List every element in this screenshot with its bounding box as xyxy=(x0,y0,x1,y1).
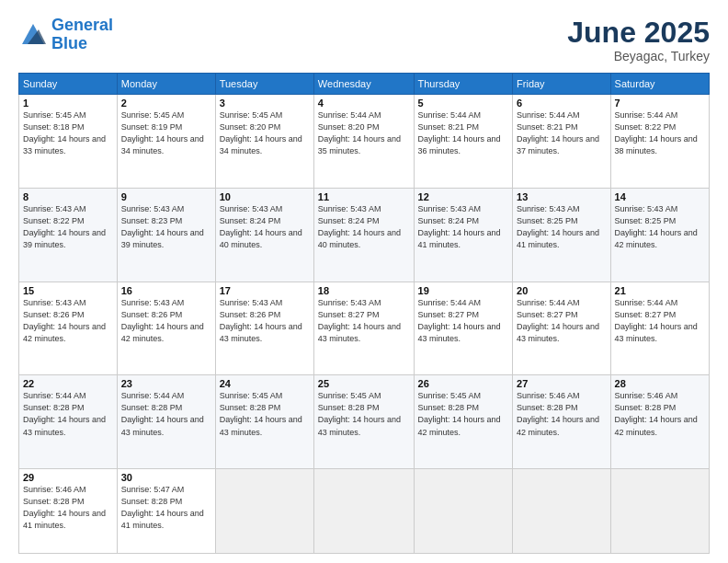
day-number: 16 xyxy=(121,285,211,296)
day-number: 11 xyxy=(318,191,410,202)
day-number: 24 xyxy=(220,378,310,389)
day-number: 22 xyxy=(23,378,113,389)
table-row: 11Sunrise: 5:43 AMSunset: 8:24 PMDayligh… xyxy=(313,188,414,282)
day-info: Sunrise: 5:43 AMSunset: 8:25 PMDaylight:… xyxy=(517,204,599,249)
day-number: 26 xyxy=(418,378,509,389)
day-info: Sunrise: 5:45 AMSunset: 8:20 PMDaylight:… xyxy=(220,110,302,155)
header-thursday: Thursday xyxy=(414,74,513,95)
day-number: 30 xyxy=(121,472,211,483)
day-info: Sunrise: 5:46 AMSunset: 8:28 PMDaylight:… xyxy=(615,391,698,436)
day-number: 9 xyxy=(121,191,211,202)
table-row: 19Sunrise: 5:44 AMSunset: 8:27 PMDayligh… xyxy=(414,282,513,375)
day-info: Sunrise: 5:45 AMSunset: 8:28 PMDaylight:… xyxy=(318,391,401,436)
day-number: 13 xyxy=(517,191,607,202)
table-row: 16Sunrise: 5:43 AMSunset: 8:26 PMDayligh… xyxy=(117,282,215,375)
day-info: Sunrise: 5:43 AMSunset: 8:26 PMDaylight:… xyxy=(220,298,302,343)
table-row xyxy=(513,469,611,554)
day-info: Sunrise: 5:44 AMSunset: 8:28 PMDaylight:… xyxy=(23,391,106,436)
day-info: Sunrise: 5:44 AMSunset: 8:20 PMDaylight:… xyxy=(318,110,401,155)
day-info: Sunrise: 5:43 AMSunset: 8:22 PMDaylight:… xyxy=(23,204,106,249)
table-row: 27Sunrise: 5:46 AMSunset: 8:28 PMDayligh… xyxy=(513,375,611,469)
table-row: 4Sunrise: 5:44 AMSunset: 8:20 PMDaylight… xyxy=(313,95,414,189)
day-info: Sunrise: 5:45 AMSunset: 8:19 PMDaylight:… xyxy=(121,110,204,155)
day-number: 4 xyxy=(318,98,410,109)
day-info: Sunrise: 5:44 AMSunset: 8:21 PMDaylight:… xyxy=(418,110,501,155)
day-number: 25 xyxy=(318,378,410,389)
table-row: 15Sunrise: 5:43 AMSunset: 8:26 PMDayligh… xyxy=(19,282,118,375)
table-row: 3Sunrise: 5:45 AMSunset: 8:20 PMDaylight… xyxy=(215,95,313,189)
table-row: 10Sunrise: 5:43 AMSunset: 8:24 PMDayligh… xyxy=(215,188,313,282)
day-info: Sunrise: 5:43 AMSunset: 8:23 PMDaylight:… xyxy=(121,204,204,249)
location-subtitle: Beyagac, Turkey xyxy=(567,49,710,63)
header-friday: Friday xyxy=(513,74,611,95)
logo-icon xyxy=(18,18,48,48)
day-number: 5 xyxy=(418,98,509,109)
logo-text: General Blue xyxy=(51,17,113,53)
table-row: 6Sunrise: 5:44 AMSunset: 8:21 PMDaylight… xyxy=(513,95,611,189)
table-row: 28Sunrise: 5:46 AMSunset: 8:28 PMDayligh… xyxy=(610,375,709,469)
day-info: Sunrise: 5:44 AMSunset: 8:27 PMDaylight:… xyxy=(418,298,501,343)
day-info: Sunrise: 5:44 AMSunset: 8:21 PMDaylight:… xyxy=(517,110,599,155)
day-number: 6 xyxy=(517,98,607,109)
day-number: 23 xyxy=(121,378,211,389)
day-info: Sunrise: 5:44 AMSunset: 8:22 PMDaylight:… xyxy=(615,110,698,155)
day-info: Sunrise: 5:46 AMSunset: 8:28 PMDaylight:… xyxy=(517,391,599,436)
day-number: 29 xyxy=(23,472,113,483)
table-row xyxy=(414,469,513,554)
header-wednesday: Wednesday xyxy=(313,74,414,95)
day-number: 1 xyxy=(23,98,113,109)
logo-general: General xyxy=(51,16,113,34)
day-number: 17 xyxy=(220,285,310,296)
table-row: 14Sunrise: 5:43 AMSunset: 8:25 PMDayligh… xyxy=(610,188,709,282)
weekday-header-row: Sunday Monday Tuesday Wednesday Thursday… xyxy=(19,74,710,95)
day-info: Sunrise: 5:45 AMSunset: 8:18 PMDaylight:… xyxy=(23,110,106,155)
page: General Blue June 2025 Beyagac, Turkey S… xyxy=(0,0,728,563)
table-row: 25Sunrise: 5:45 AMSunset: 8:28 PMDayligh… xyxy=(313,375,414,469)
header: General Blue June 2025 Beyagac, Turkey xyxy=(18,17,710,63)
day-number: 15 xyxy=(23,285,113,296)
table-row: 2Sunrise: 5:45 AMSunset: 8:19 PMDaylight… xyxy=(117,95,215,189)
table-row: 17Sunrise: 5:43 AMSunset: 8:26 PMDayligh… xyxy=(215,282,313,375)
day-number: 7 xyxy=(615,98,705,109)
table-row: 29Sunrise: 5:46 AMSunset: 8:28 PMDayligh… xyxy=(19,469,118,554)
day-info: Sunrise: 5:44 AMSunset: 8:27 PMDaylight:… xyxy=(615,298,698,343)
table-row: 18Sunrise: 5:43 AMSunset: 8:27 PMDayligh… xyxy=(313,282,414,375)
table-row: 20Sunrise: 5:44 AMSunset: 8:27 PMDayligh… xyxy=(513,282,611,375)
table-row: 22Sunrise: 5:44 AMSunset: 8:28 PMDayligh… xyxy=(19,375,118,469)
table-row: 13Sunrise: 5:43 AMSunset: 8:25 PMDayligh… xyxy=(513,188,611,282)
month-title: June 2025 xyxy=(567,17,710,49)
day-info: Sunrise: 5:45 AMSunset: 8:28 PMDaylight:… xyxy=(220,391,302,436)
header-tuesday: Tuesday xyxy=(215,74,313,95)
day-info: Sunrise: 5:43 AMSunset: 8:27 PMDaylight:… xyxy=(318,298,401,343)
day-number: 2 xyxy=(121,98,211,109)
calendar-table: Sunday Monday Tuesday Wednesday Thursday… xyxy=(18,73,710,554)
table-row: 5Sunrise: 5:44 AMSunset: 8:21 PMDaylight… xyxy=(414,95,513,189)
day-info: Sunrise: 5:43 AMSunset: 8:26 PMDaylight:… xyxy=(121,298,204,343)
day-info: Sunrise: 5:45 AMSunset: 8:28 PMDaylight:… xyxy=(418,391,501,436)
day-number: 27 xyxy=(517,378,607,389)
table-row: 12Sunrise: 5:43 AMSunset: 8:24 PMDayligh… xyxy=(414,188,513,282)
table-row: 7Sunrise: 5:44 AMSunset: 8:22 PMDaylight… xyxy=(610,95,709,189)
day-number: 12 xyxy=(418,191,509,202)
table-row: 9Sunrise: 5:43 AMSunset: 8:23 PMDaylight… xyxy=(117,188,215,282)
day-info: Sunrise: 5:43 AMSunset: 8:26 PMDaylight:… xyxy=(23,298,106,343)
table-row: 30Sunrise: 5:47 AMSunset: 8:28 PMDayligh… xyxy=(117,469,215,554)
day-number: 14 xyxy=(615,191,705,202)
table-row: 21Sunrise: 5:44 AMSunset: 8:27 PMDayligh… xyxy=(610,282,709,375)
day-info: Sunrise: 5:44 AMSunset: 8:28 PMDaylight:… xyxy=(121,391,204,436)
header-saturday: Saturday xyxy=(610,74,709,95)
day-number: 19 xyxy=(418,285,509,296)
day-info: Sunrise: 5:46 AMSunset: 8:28 PMDaylight:… xyxy=(23,485,106,530)
day-info: Sunrise: 5:43 AMSunset: 8:24 PMDaylight:… xyxy=(418,204,501,249)
table-row: 23Sunrise: 5:44 AMSunset: 8:28 PMDayligh… xyxy=(117,375,215,469)
day-info: Sunrise: 5:44 AMSunset: 8:27 PMDaylight:… xyxy=(517,298,599,343)
day-number: 21 xyxy=(615,285,705,296)
table-row xyxy=(215,469,313,554)
day-info: Sunrise: 5:43 AMSunset: 8:25 PMDaylight:… xyxy=(615,204,698,249)
day-info: Sunrise: 5:43 AMSunset: 8:24 PMDaylight:… xyxy=(318,204,401,249)
day-number: 18 xyxy=(318,285,410,296)
table-row xyxy=(610,469,709,554)
day-info: Sunrise: 5:47 AMSunset: 8:28 PMDaylight:… xyxy=(121,485,204,530)
day-number: 8 xyxy=(23,191,113,202)
day-number: 28 xyxy=(615,378,705,389)
